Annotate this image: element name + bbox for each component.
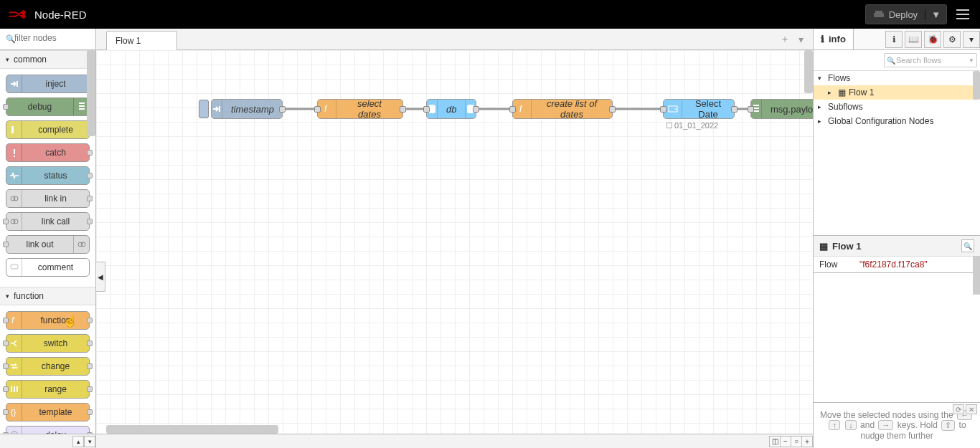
- hamburger-menu[interactable]: [953, 4, 973, 24]
- app-title: Node-RED: [34, 9, 87, 21]
- palette-node-comment[interactable]: comment: [6, 258, 90, 277]
- sidebar-btn-info[interactable]: ℹ: [885, 31, 903, 48]
- navigator-button[interactable]: ◫: [769, 436, 781, 447]
- flow-node-msg-payload[interactable]: msg.payload: [750, 99, 813, 119]
- zoom-reset-button[interactable]: ○: [791, 436, 802, 447]
- tree-item-subflows[interactable]: ▸Subflows: [814, 100, 980, 114]
- palette-category-function[interactable]: ▾function: [0, 287, 95, 305]
- palette-collapse-down[interactable]: ▾: [84, 436, 95, 447]
- output-port[interactable]: [609, 106, 616, 113]
- tree-item-global-configuration-nodes[interactable]: ▸Global Configuration Nodes: [814, 114, 980, 128]
- output-port[interactable]: [731, 106, 738, 113]
- output-port[interactable]: [87, 318, 93, 323]
- palette-scrollbar[interactable]: [87, 50, 95, 136]
- output-port[interactable]: [87, 386, 93, 392]
- input-port[interactable]: [3, 318, 9, 323]
- zoom-in-button[interactable]: ＋: [801, 436, 813, 447]
- palette-node-switch[interactable]: switch: [6, 334, 90, 353]
- output-port[interactable]: [87, 432, 93, 434]
- tip-refresh-button[interactable]: ⟳: [953, 404, 964, 414]
- tree-item-flow-1[interactable]: ▸▦Flow 1: [814, 85, 980, 100]
- output-port[interactable]: [87, 196, 93, 201]
- tip-close-button[interactable]: ✕: [966, 404, 977, 414]
- sidebar-tab-info[interactable]: ℹ info: [814, 29, 854, 49]
- flow-node-timestamp[interactable]: timestamp: [211, 99, 283, 119]
- inject-trigger-button[interactable]: [199, 100, 209, 118]
- sidebar-btn-debug[interactable]: 🐞: [924, 31, 941, 48]
- palette-node-delay[interactable]: delay: [6, 426, 90, 434]
- output-port[interactable]: [87, 363, 93, 369]
- tree-item-flows[interactable]: ▾Flows: [814, 71, 980, 85]
- palette-node-link-call[interactable]: link call: [6, 212, 90, 231]
- tree-scrollbar[interactable]: [973, 71, 980, 100]
- arrow-in-icon: [212, 100, 222, 118]
- palette-node-link-in[interactable]: link in: [6, 189, 90, 208]
- input-port[interactable]: [3, 104, 9, 110]
- tab-bar: Flow 1 ＋ ▾: [96, 29, 813, 50]
- blank-scrollbar[interactable]: [973, 273, 980, 295]
- flow-node-select-date[interactable]: Select Date01_01_2022: [663, 99, 735, 119]
- add-tab-button[interactable]: ＋: [778, 33, 791, 46]
- tip-panel: ⟳ ✕ Move the selected nodes using the ← …: [814, 402, 980, 448]
- output-port[interactable]: [87, 219, 93, 224]
- palette-node-catch[interactable]: catch: [6, 143, 90, 162]
- flow-node-select-dates[interactable]: fselect dates: [317, 99, 403, 119]
- flow-node-create-list[interactable]: fcreate list of dates: [512, 99, 613, 119]
- chevron-right-icon: ▸: [818, 103, 825, 110]
- tip-text-1: Move the selected nodes using the: [820, 410, 953, 420]
- palette-node-debug[interactable]: debug: [6, 97, 90, 116]
- palette-node-status[interactable]: status: [6, 166, 90, 185]
- zoom-out-button[interactable]: −: [780, 436, 791, 447]
- palette-node-template[interactable]: {}template: [6, 403, 90, 421]
- svg-text:{}: {}: [11, 408, 17, 416]
- palette-node-range[interactable]: range: [6, 380, 90, 399]
- svg-text:f: f: [324, 104, 328, 114]
- output-port[interactable]: [279, 106, 286, 113]
- palette-node-complete[interactable]: complete: [6, 120, 90, 139]
- fx-icon: f: [6, 312, 22, 329]
- search-flows-input[interactable]: 🔍 Search flows ▼: [884, 53, 977, 67]
- input-port[interactable]: [3, 386, 9, 392]
- input-port[interactable]: [3, 432, 9, 434]
- flow-node-db[interactable]: db: [426, 99, 476, 119]
- sidebar-btn-menu[interactable]: ▾: [963, 31, 980, 48]
- detail-zoom-button[interactable]: 🔍: [961, 239, 974, 252]
- key-up: ↑: [829, 420, 840, 430]
- tree-label: Subflows: [828, 102, 863, 112]
- input-port[interactable]: [3, 219, 9, 224]
- sidebar-btn-help[interactable]: 📖: [905, 31, 922, 48]
- palette-category-common[interactable]: ▾common: [0, 50, 95, 69]
- palette-filter-input[interactable]: [3, 32, 93, 44]
- input-port[interactable]: [314, 106, 321, 113]
- palette-node-function[interactable]: ffunction: [6, 311, 90, 330]
- palette-node-change[interactable]: change: [6, 357, 90, 376]
- workspace: Flow 1 ＋ ▾ ◀ timestampfselect datesdbfcr…: [96, 29, 814, 448]
- svg-point-11: [14, 219, 18, 224]
- palette-node-inject[interactable]: inject: [6, 75, 90, 93]
- sidebar-btn-config[interactable]: ⚙: [943, 31, 961, 48]
- deploy-caret[interactable]: ▼: [925, 9, 946, 20]
- input-port[interactable]: [3, 363, 9, 369]
- output-port[interactable]: [87, 150, 93, 156]
- tab-menu-button[interactable]: ▾: [794, 33, 807, 46]
- palette-collapse-up[interactable]: ▴: [72, 436, 84, 447]
- input-port[interactable]: [423, 106, 430, 113]
- input-port[interactable]: [3, 242, 9, 247]
- input-port[interactable]: [748, 106, 754, 113]
- deploy-button[interactable]: Deploy ▼: [865, 4, 947, 24]
- tab-flow-1[interactable]: Flow 1: [106, 31, 177, 50]
- output-port[interactable]: [87, 340, 93, 346]
- palette-node-link-out[interactable]: link out: [6, 235, 90, 254]
- output-port[interactable]: [400, 106, 406, 113]
- canvas-vscrollbar[interactable]: [804, 50, 813, 93]
- node-label: delay: [22, 430, 89, 434]
- input-port[interactable]: [3, 409, 9, 415]
- input-port[interactable]: [509, 106, 516, 113]
- input-port[interactable]: [660, 106, 666, 113]
- output-port[interactable]: [87, 409, 93, 415]
- canvas-hscrollbar[interactable]: [106, 425, 278, 434]
- output-port[interactable]: [473, 106, 479, 113]
- output-port[interactable]: [87, 173, 93, 178]
- flow-canvas[interactable]: ◀ timestampfselect datesdbfcreate list o…: [96, 50, 813, 434]
- input-port[interactable]: [3, 340, 9, 346]
